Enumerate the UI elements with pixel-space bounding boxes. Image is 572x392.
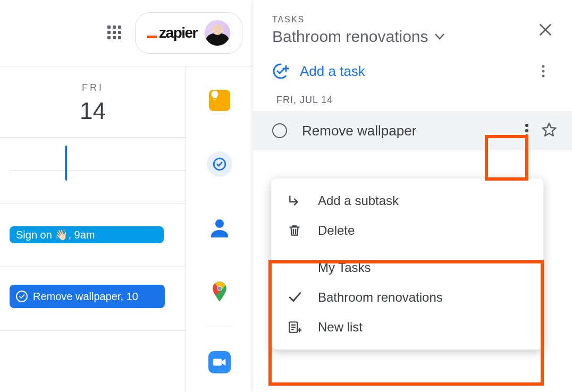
svg-point-7	[542, 75, 545, 78]
menu-item-delete[interactable]: Delete	[271, 216, 543, 245]
svg-point-3	[217, 286, 221, 290]
add-task-button[interactable]: Add a task	[272, 63, 365, 80]
task-date-header: FRI, JUL 14	[253, 90, 572, 111]
svg-point-10	[525, 134, 528, 138]
panel-kicker: TASKS	[272, 15, 444, 24]
kebab-icon	[525, 124, 528, 138]
subtask-arrow-icon	[287, 193, 302, 208]
brand-logo: zapier	[147, 24, 197, 41]
event-title: Remove wallpaper, 10	[33, 291, 138, 303]
maps-icon[interactable]	[207, 279, 232, 304]
svg-point-8	[525, 124, 528, 127]
tasks-icon[interactable]	[207, 151, 232, 177]
list-selector[interactable]: Bathroom renovations	[272, 28, 444, 46]
side-rail	[186, 66, 253, 392]
menu-item-list-my-tasks[interactable]: My Tasks	[271, 253, 543, 283]
task-title: Remove wallpaper	[302, 123, 516, 139]
svg-rect-4	[213, 359, 222, 366]
task-context-menu: Add a subtask Delete My Tasks Bathroom r…	[271, 178, 543, 350]
rail-separator	[207, 327, 232, 327]
task-complete-toggle[interactable]	[272, 123, 287, 138]
menu-label: New list	[318, 320, 363, 335]
new-list-icon	[287, 320, 302, 335]
day-label: FRI	[0, 82, 186, 93]
tasks-active-indicator	[65, 146, 67, 181]
svg-point-1	[215, 219, 224, 228]
menu-item-new-list[interactable]: New list	[271, 312, 543, 342]
close-button[interactable]	[538, 15, 553, 40]
svg-point-9	[525, 129, 528, 132]
account-switcher[interactable]: zapier	[135, 12, 242, 54]
calendar-event-signon[interactable]: Sign on 👋🏻, 9am	[10, 226, 164, 243]
add-task-label: Add a task	[300, 63, 365, 80]
menu-label: Bathroom renovations	[318, 290, 443, 305]
trash-icon	[287, 223, 302, 238]
zoom-icon[interactable]	[207, 350, 232, 375]
task-star-button[interactable]	[541, 122, 557, 140]
task-options-button[interactable]	[516, 120, 538, 142]
menu-item-add-subtask[interactable]: Add a subtask	[271, 186, 543, 216]
selected-list-name: Bathroom renovations	[272, 28, 428, 46]
hour-grid	[0, 134, 186, 392]
menu-label: My Tasks	[318, 260, 371, 275]
task-row[interactable]: Remove wallpaper	[253, 111, 572, 150]
day-header: FRI 14	[0, 66, 186, 134]
event-title: Sign on 👋🏻, 9am	[16, 228, 95, 241]
menu-label: Add a subtask	[318, 193, 399, 208]
keep-icon[interactable]	[207, 88, 232, 113]
calendar-event-remove-wallpaper[interactable]: Remove wallpaper, 10	[10, 285, 165, 308]
day-number: 14	[0, 98, 186, 124]
check-icon	[287, 290, 302, 305]
check-circle-icon	[16, 291, 28, 302]
menu-item-list-bathroom[interactable]: Bathroom renovations	[271, 283, 543, 312]
topbar: zapier	[0, 0, 253, 66]
google-apps-icon[interactable]	[107, 25, 122, 40]
add-task-icon	[272, 63, 289, 80]
kebab-icon	[542, 65, 545, 78]
blank-icon	[287, 260, 302, 275]
contacts-icon[interactable]	[207, 215, 232, 241]
svg-point-5	[542, 65, 545, 68]
menu-label: Delete	[318, 223, 355, 238]
list-options-button[interactable]	[534, 62, 553, 81]
star-outline-icon	[541, 122, 557, 138]
svg-point-6	[542, 70, 545, 73]
avatar	[205, 20, 230, 46]
chevron-down-icon	[435, 33, 444, 40]
